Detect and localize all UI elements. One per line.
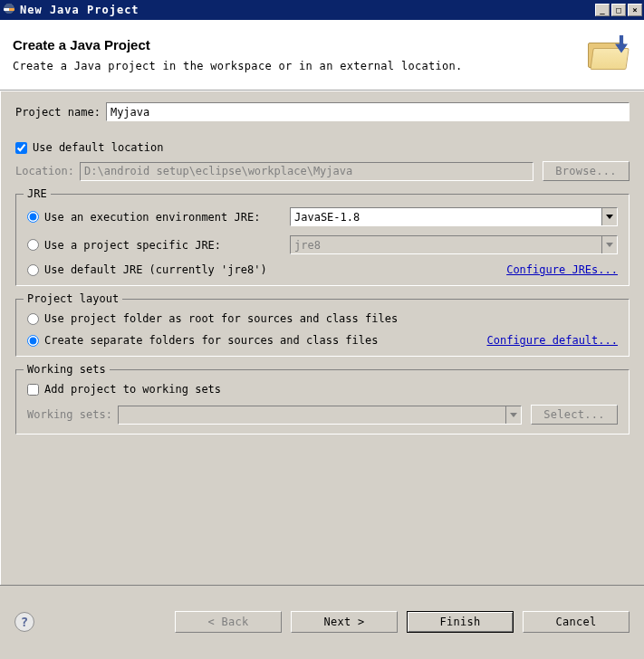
window-title: New Java Project bbox=[20, 4, 595, 16]
project-specific-select: jre8 bbox=[290, 235, 618, 254]
project-layout-legend: Project layout bbox=[24, 292, 122, 305]
next-button[interactable]: Next > bbox=[291, 611, 398, 633]
add-working-sets-label: Add project to working sets bbox=[44, 383, 221, 396]
working-sets-label: Working sets: bbox=[27, 408, 112, 421]
chevron-down-icon bbox=[601, 208, 617, 225]
project-specific-value: jre8 bbox=[294, 239, 321, 252]
location-label: Location: bbox=[15, 165, 74, 177]
layout-separate-label: Create separate folders for sources and … bbox=[44, 334, 486, 347]
dialog-header: Create a Java Project Create a Java proj… bbox=[0, 20, 644, 91]
jre-group: JRE Use an execution environment JRE: Ja… bbox=[15, 194, 630, 286]
location-input bbox=[80, 162, 533, 181]
default-jre-label: Use default JRE (currently 'jre8') bbox=[44, 263, 267, 276]
configure-default-link[interactable]: Configure default... bbox=[486, 334, 618, 347]
finish-button[interactable]: Finish bbox=[407, 611, 514, 633]
project-specific-radio[interactable] bbox=[27, 239, 39, 251]
maximize-button[interactable]: □ bbox=[611, 4, 626, 16]
chevron-down-icon bbox=[601, 236, 617, 253]
use-default-location-label: Use default location bbox=[33, 141, 164, 154]
dialog-footer: ? < Back Next > Finish Cancel bbox=[0, 585, 644, 657]
back-button: < Back bbox=[175, 611, 282, 633]
working-sets-select bbox=[118, 406, 522, 425]
window-titlebar: New Java Project _ □ × bbox=[0, 0, 644, 20]
app-icon bbox=[2, 3, 16, 17]
project-name-label: Project name: bbox=[15, 106, 101, 119]
minimize-button[interactable]: _ bbox=[595, 4, 610, 16]
window-controls: _ □ × bbox=[595, 4, 642, 16]
exec-env-value: JavaSE-1.8 bbox=[294, 211, 360, 224]
configure-jres-link[interactable]: Configure JREs... bbox=[506, 263, 618, 276]
exec-env-select[interactable]: JavaSE-1.8 bbox=[290, 207, 618, 226]
default-jre-radio[interactable] bbox=[27, 264, 39, 276]
layout-root-radio[interactable] bbox=[27, 313, 39, 325]
project-name-input[interactable] bbox=[106, 102, 630, 121]
jre-legend: JRE bbox=[24, 187, 51, 200]
working-sets-group: Working sets Add project to working sets… bbox=[15, 369, 630, 435]
layout-separate-radio[interactable] bbox=[27, 335, 39, 347]
project-specific-label: Use a project specific JRE: bbox=[44, 239, 221, 252]
layout-root-label: Use project folder as root for sources a… bbox=[44, 312, 398, 325]
help-icon[interactable]: ? bbox=[14, 612, 34, 632]
add-working-sets-checkbox[interactable] bbox=[27, 384, 39, 396]
browse-button: Browse... bbox=[543, 161, 630, 181]
page-description: Create a Java project in the workspace o… bbox=[13, 60, 588, 72]
exec-env-radio[interactable] bbox=[27, 211, 39, 223]
close-button[interactable]: × bbox=[628, 4, 642, 16]
project-layout-group: Project layout Use project folder as roo… bbox=[15, 299, 630, 357]
dialog-body: Project name: Use default location Locat… bbox=[0, 91, 644, 585]
exec-env-label: Use an execution environment JRE: bbox=[44, 211, 260, 224]
use-default-location-checkbox[interactable] bbox=[15, 142, 27, 154]
working-sets-legend: Working sets bbox=[24, 363, 110, 376]
wizard-icon bbox=[588, 33, 631, 77]
chevron-down-icon bbox=[505, 406, 521, 424]
select-working-sets-button: Select... bbox=[531, 405, 618, 425]
page-title: Create a Java Project bbox=[13, 37, 588, 53]
cancel-button[interactable]: Cancel bbox=[523, 611, 630, 633]
